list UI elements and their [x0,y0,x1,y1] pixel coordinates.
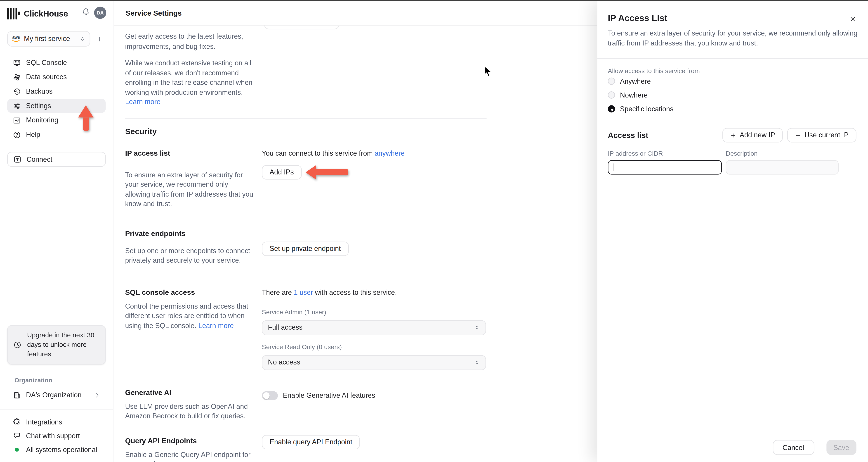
private-endpoints-section: Private endpoints Set up one or more end… [125,229,487,266]
sql-console-users-status: There are 1 user with access to this ser… [262,288,487,296]
annotation-arrow-left [305,164,350,180]
page-title: Service Settings [126,9,182,17]
ip-access-list-title: IP access list [125,149,262,157]
ip-access-list-section: IP access list To ensure an extra layer … [125,149,487,209]
connect-button[interactable]: Connect [7,152,106,167]
window-edge [0,0,868,1]
plus-icon [795,132,801,138]
sidebar-header: ClickHouse DA [0,1,113,20]
upgrade-notice-text: Upgrade in the next 30 days to unlock mo… [27,331,100,359]
organization-section-label: Organization [14,377,113,383]
drawer-title: IP Access List [608,13,849,23]
sidebar-footer: Upgrade in the next 30 days to unlock mo… [0,325,113,462]
enable-query-api-button[interactable]: Enable query API Endpoint [262,435,360,449]
monitor-icon [13,58,21,67]
add-ips-button[interactable]: Add IPs [262,165,302,179]
service-selector[interactable]: aws My first service [7,31,90,47]
wifi-icon [13,155,22,164]
setup-private-endpoint-button[interactable]: Set up private endpoint [262,241,348,256]
use-current-ip-button[interactable]: Use current IP [787,128,857,143]
sql-learn-more-link[interactable]: Learn more [198,322,234,329]
chat-support-link[interactable]: Chat with support [7,429,106,443]
anywhere-link[interactable]: anywhere [375,149,405,157]
close-icon[interactable] [849,15,857,25]
sql-console-access-title: SQL console access [125,288,262,296]
private-endpoints-description: Set up one or more endpoints to connect … [125,247,257,266]
description-input[interactable] [726,160,839,175]
save-button[interactable]: Save [826,440,856,455]
orbit-icon [13,73,21,81]
sql-console-access-section: SQL console access Control the permissio… [125,288,487,370]
chat-bubble-icon [13,432,21,440]
radio-nowhere[interactable]: Nowhere [608,88,857,102]
access-list-heading: Access list [608,131,722,140]
system-status[interactable]: All systems operational [7,443,106,457]
status-text: All systems operational [26,446,97,454]
generative-ai-toggle-label: Enable Generative AI features [283,392,375,399]
organization-switcher[interactable]: DA's Organization [7,388,106,402]
ip-access-list-drawer: IP Access List To ensure an extra layer … [597,1,868,462]
ip-cidr-label: IP address or CIDR [608,150,722,157]
release-channel-paragraph-2: While we conduct extensive testing on al… [125,59,258,107]
organization-name: DA's Organization [26,391,82,399]
radio-anywhere[interactable]: Anywhere [608,74,857,88]
sidebar-item-data-sources[interactable]: Data sources [7,70,106,84]
divider [597,58,868,59]
generative-ai-title: Generative AI [125,388,262,397]
service-selector-label: My first service [24,35,76,42]
sidebar-item-sql-console[interactable]: SQL Console [7,55,106,70]
main-content: Service Settings Get early access to the… [114,1,597,462]
topbar: Service Settings [114,1,597,26]
generative-ai-toggle[interactable] [262,391,278,400]
service-admin-select[interactable]: Full access [262,320,486,335]
cancel-button[interactable]: Cancel [773,440,814,455]
add-new-ip-button[interactable]: Add new IP [722,128,783,143]
radio-specific-locations[interactable]: Specific locations [608,102,857,116]
radio-icon [608,91,615,99]
user-avatar[interactable]: DA [94,6,106,19]
annotation-arrow-up [78,105,94,132]
ip-cidr-input[interactable] [608,160,722,175]
learn-more-link[interactable]: Learn more [125,98,160,106]
puzzle-icon [13,418,21,426]
integrations-link[interactable]: Integrations [7,415,106,429]
service-admin-label: Service Admin (1 user) [262,308,487,315]
drawer-description: To ensure an extra layer of security for… [608,29,858,48]
service-readonly-label: Service Read Only (0 users) [262,343,487,350]
plus-icon [730,132,737,138]
clickhouse-logo-icon [7,7,20,19]
sidebar: ClickHouse DA aws My first service [0,1,114,462]
sliders-icon [13,102,21,110]
sidebar-item-backups[interactable]: Backups [7,84,106,99]
private-endpoints-title: Private endpoints [125,229,262,237]
add-service-button[interactable] [94,33,105,44]
generative-ai-description: Use LLM providers such as OpenAI and Ama… [125,402,257,422]
chevron-right-icon [94,392,100,398]
ip-access-status: You can connect to this service from any… [262,149,487,157]
text-caret [613,163,613,171]
clock-icon [13,341,22,349]
app-window: ClickHouse DA aws My first service [0,0,868,462]
chevron-up-down-icon [80,35,85,42]
one-user-link[interactable]: 1 user [294,288,313,296]
service-readonly-select[interactable]: No access [262,355,486,370]
chevron-up-down-icon [474,324,480,331]
query-api-description: Enable a Generic Query API endpoint for … [125,450,257,462]
chevron-up-down-icon [474,359,480,366]
notifications-bell-icon[interactable] [81,7,90,18]
building-icon [13,391,21,399]
query-api-section: Query API Endpoints Enable a Generic Que… [125,436,487,462]
brand-name: ClickHouse [24,8,68,18]
status-ok-icon [15,448,19,452]
history-clock-icon [13,87,21,96]
release-channel-paragraph-1: Get early access to the latest features,… [125,26,258,52]
security-heading: Security [125,127,487,136]
description-label: Description [726,150,839,157]
mouse-cursor [484,65,493,80]
sidebar-nav: SQL Console Data sources Backups Setting… [0,55,113,142]
generative-ai-section: Generative AI Use LLM providers such as … [125,388,487,422]
allow-access-label: Allow access to this service from [608,68,857,74]
sql-console-access-description: Control the permissions and access that … [125,301,257,331]
upgrade-notice[interactable]: Upgrade in the next 30 days to unlock mo… [7,325,106,365]
radio-icon [608,78,615,85]
